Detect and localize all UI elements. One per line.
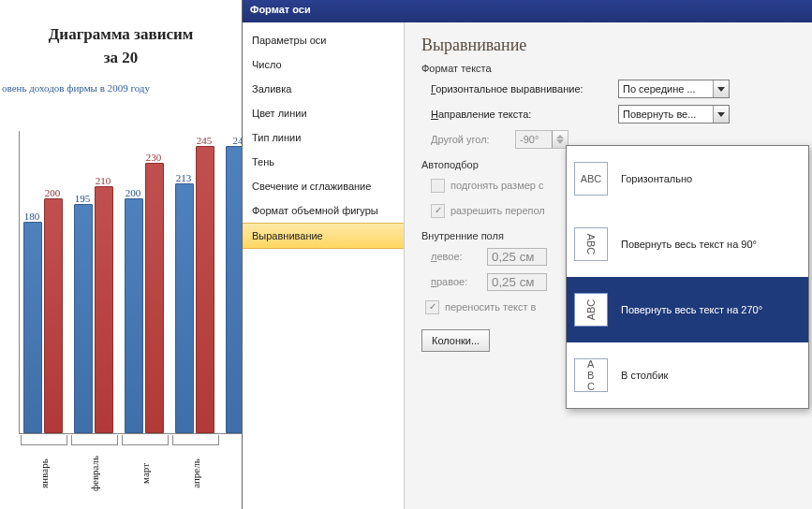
nav-item-1[interactable]: Число xyxy=(243,52,404,77)
direction-option-label: Горизонтально xyxy=(621,173,692,184)
nav-item-2[interactable]: Заливка xyxy=(243,77,404,101)
category-label: февраль xyxy=(89,456,100,491)
right-margin-input xyxy=(487,273,547,291)
direction-icon: ABC xyxy=(574,293,608,327)
side-nav: Параметры осиЧислоЗаливкаЦвет линииТип л… xyxy=(243,22,405,509)
category-cell: февраль xyxy=(69,435,120,479)
nav-item-6[interactable]: Свечение и сглаживание xyxy=(243,174,404,198)
category-label: март xyxy=(140,463,151,484)
direction-option-3[interactable]: A B CВ столбик xyxy=(567,342,808,408)
other-angle-spinner: -90° xyxy=(515,130,568,149)
autofit-overflow-checkbox xyxy=(431,204,445,218)
columns-button[interactable]: Колонки... xyxy=(421,329,490,352)
right-margin-label: правое: xyxy=(431,276,487,287)
category-axis: январьфевральмартапрель xyxy=(19,435,242,501)
value-label: 195 xyxy=(68,193,96,204)
nav-item-5[interactable]: Тень xyxy=(243,150,404,174)
value-label: 245 xyxy=(190,135,218,146)
nav-item-8[interactable]: Выравнивание xyxy=(243,223,404,249)
chart-panel: Диаграмма зависим за 20 овень доходов фи… xyxy=(0,0,242,509)
nav-item-4[interactable]: Тип линии xyxy=(243,125,404,150)
value-label: 230 xyxy=(140,152,168,163)
category-cell: апрель xyxy=(170,435,221,479)
h-align-label: Горизонтальное выравнивание: xyxy=(431,83,618,95)
text-direction-dropdown[interactable]: ABCГоризонтальноABCПовернуть весь текст … xyxy=(566,145,809,409)
wrap-text-label: переносить текст в xyxy=(445,301,536,313)
bar xyxy=(95,186,113,433)
nav-item-0[interactable]: Параметры оси xyxy=(243,28,404,52)
left-margin-input xyxy=(487,248,547,266)
plot-area: 18020019521020023021324524 xyxy=(19,131,242,434)
category-label: апрель xyxy=(190,458,201,488)
bar xyxy=(23,222,42,433)
alignment-heading: Выравнивание xyxy=(421,36,795,55)
direction-combo[interactable]: Повернуть ве... xyxy=(618,105,730,124)
bar xyxy=(44,198,63,433)
chart-title: Диаграмма зависим за 20 xyxy=(0,23,242,69)
chevron-down-icon[interactable] xyxy=(713,80,729,97)
wrap-text-checkbox xyxy=(425,300,439,314)
text-format-group-label: Формат текста xyxy=(421,63,795,74)
direction-icon: ABC xyxy=(574,162,608,196)
nav-item-3[interactable]: Цвет линии xyxy=(243,101,404,125)
value-label: 200 xyxy=(38,187,66,198)
direction-label: Направление текста: xyxy=(431,109,618,120)
direction-option-label: Повернуть весь текст на 270° xyxy=(621,304,762,315)
direction-icon: A B C xyxy=(574,358,608,392)
autofit-resize-checkbox xyxy=(431,179,445,193)
direction-option-2[interactable]: ABCПовернуть весь текст на 270° xyxy=(567,277,808,342)
category-cell: январь xyxy=(19,435,69,479)
nav-item-7[interactable]: Формат объемной фигуры xyxy=(243,198,404,223)
category-label: январь xyxy=(38,458,50,487)
value-label: 180 xyxy=(18,211,46,222)
value-label: 213 xyxy=(170,172,198,183)
autofit-resize-label: подгонять размер с xyxy=(450,180,544,191)
value-label: 210 xyxy=(89,175,117,186)
legend-text: овень доходов фирмы в 2009 году xyxy=(2,82,242,94)
chevron-down-icon[interactable] xyxy=(713,106,729,123)
bar xyxy=(145,163,164,433)
bar xyxy=(74,204,93,433)
h-align-combo[interactable]: По середине ... xyxy=(618,80,730,98)
direction-option-label: В столбик xyxy=(621,370,668,381)
direction-icon: ABC xyxy=(574,227,608,261)
bar xyxy=(175,183,194,433)
bar xyxy=(196,146,214,433)
direction-option-label: Повернуть весь текст на 90° xyxy=(621,239,757,250)
category-cell: март xyxy=(120,435,170,479)
direction-option-0[interactable]: ABCГоризонтально xyxy=(567,146,808,211)
autofit-overflow-label: разрешить перепол xyxy=(450,205,545,216)
direction-option-1[interactable]: ABCПовернуть весь текст на 90° xyxy=(567,211,808,277)
bar xyxy=(125,198,143,433)
dialog-title: Формат оси xyxy=(243,0,812,22)
left-margin-label: левое: xyxy=(431,251,487,262)
value-label: 200 xyxy=(119,187,147,198)
other-angle-label: Другой угол: xyxy=(431,134,515,145)
